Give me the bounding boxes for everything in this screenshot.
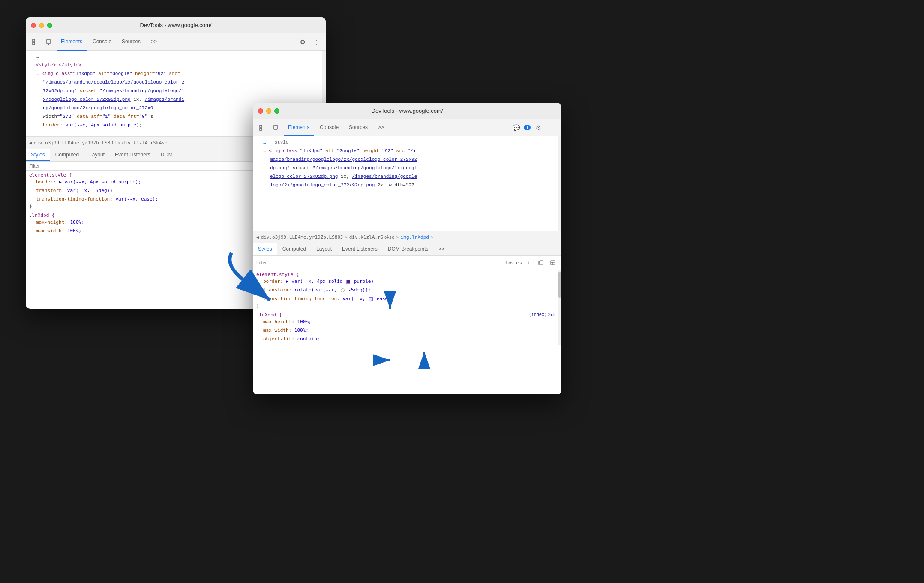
comment-icon-2[interactable]: 💬 xyxy=(510,122,522,134)
color-swatch-purple[interactable] xyxy=(346,280,350,284)
tab-event-listeners-1[interactable]: Event Listeners xyxy=(110,149,156,161)
breadcrumb-item-2-2[interactable]: div.k1zlA.rSk4se xyxy=(349,234,395,240)
tab-layout-2[interactable]: Layout xyxy=(311,243,337,255)
tab-sources-2[interactable]: Sources xyxy=(345,119,372,136)
tab-event-listeners-2[interactable]: Event Listeners xyxy=(337,243,383,255)
svg-rect-7 xyxy=(275,130,276,130)
close-button-2[interactable] xyxy=(258,108,263,114)
device-icon-2[interactable] xyxy=(270,122,282,134)
css-border-2: border: ▶ var(--x, 4px solid purple); xyxy=(256,277,558,286)
html-line-2-1: … <img class="lnXdpd" alt="Google" heigh… xyxy=(253,147,561,155)
breadcrumb-bar-2: ◀ div.o3j99.LLD4me.yr19Zb.LS8OJ > div.k1… xyxy=(253,231,561,243)
css-objectfit-2: object-fit: contain; xyxy=(256,335,558,343)
tab-dom-1[interactable]: DOM xyxy=(156,149,178,161)
tab-computed-1[interactable]: Computed xyxy=(50,149,84,161)
breadcrumb-item-2-1[interactable]: div.o3j99.LLD4me.yr19Zb.LS8OJ xyxy=(261,234,343,240)
svg-rect-1 xyxy=(33,42,35,45)
css-rules-container-2: element.style { border: ▶ var(--x, 4px s… xyxy=(253,270,561,345)
tab-dom-breakpoints-2[interactable]: DOM Breakpoints xyxy=(383,243,434,255)
svg-rect-0 xyxy=(33,39,35,42)
svg-rect-4 xyxy=(260,125,262,127)
css-rule-lnxdpd-2: .lnXdpd { (index):63 max-height: 100%; m… xyxy=(253,310,561,345)
window-title-2: DevTools - www.google.com/ xyxy=(372,108,443,114)
close-button-1[interactable] xyxy=(31,23,36,28)
checkbox-swatch[interactable]: ✓ xyxy=(369,297,373,301)
scrollbar-thumb-2[interactable] xyxy=(558,272,561,298)
toolbar-2: Elements Console Sources >> 💬 1 ⚙ ⋮ xyxy=(253,119,561,136)
css-transform-2: transform: rotate(var(--x, -5deg)); xyxy=(256,286,558,295)
inspector-icon[interactable] xyxy=(29,36,41,48)
html-line-2-2: mages/branding/googlelogo/2x/googlelogo_… xyxy=(253,155,561,164)
tab-layout-1[interactable]: Layout xyxy=(84,149,110,161)
html-line-2-3: dp.png" srcset="/images/branding/googlel… xyxy=(253,164,561,172)
html-line-2-4: elogo_color_272x92dp.png 1x, /images/bra… xyxy=(253,172,561,181)
html-line-style: <style>…</style> xyxy=(26,61,326,69)
breadcrumb-item-1[interactable]: div.o3j99.LLD4me.yr19Zb.LS8OJ xyxy=(34,140,116,146)
minimize-button-1[interactable] xyxy=(39,23,44,28)
devtools-window-2: DevTools - www.google.com/ Elements Cons… xyxy=(253,103,561,394)
tab-more-2[interactable]: >> xyxy=(374,119,388,136)
settings-icon-2[interactable]: ⚙ xyxy=(532,122,544,134)
toolbar-1: Elements Console Sources >> ⚙ ⋮ xyxy=(26,33,326,51)
traffic-lights-1 xyxy=(31,23,52,28)
more-icon-1[interactable]: ⋮ xyxy=(310,36,322,48)
tab-more-1[interactable]: >> xyxy=(147,33,161,51)
html-panel-2: … , style … <img class="lnXdpd" alt="Goo… xyxy=(253,136,561,231)
tab-more-styles-2[interactable]: >> xyxy=(434,243,450,255)
titlebar-2: DevTools - www.google.com/ xyxy=(253,103,561,119)
html-line-2-5: logo/2x/googlelogo_color_272x92dp.png 2x… xyxy=(253,181,561,189)
maximize-button-1[interactable] xyxy=(47,23,52,28)
svg-rect-5 xyxy=(260,128,262,130)
css-maxheight-2: max-height: 100%; xyxy=(256,318,558,326)
add-style-icon[interactable]: + xyxy=(524,258,534,268)
breadcrumb-item-2-3[interactable]: img.lnXdpd xyxy=(401,234,429,240)
tab-elements-1[interactable]: Elements xyxy=(57,33,87,51)
html-line-img3: 72x92dp.png" srcset="/images/branding/go… xyxy=(26,87,326,95)
tab-console-1[interactable]: Console xyxy=(88,33,116,51)
css-maxwidth-2: max-width: 100%; xyxy=(256,326,558,335)
tab-elements-2[interactable]: Elements xyxy=(284,119,314,136)
filter-input-2[interactable] xyxy=(256,260,503,265)
html-line-img1: … <img class="lnXdpd" alt="Google" heigh… xyxy=(26,69,326,78)
breadcrumb-item-2[interactable]: div.k1zlA.rSk4se xyxy=(122,140,168,146)
html-line-img2: "/images/branding/googlelogo/2x/googlelo… xyxy=(26,78,326,87)
layout-icon[interactable] xyxy=(548,258,558,268)
copy-icon[interactable] xyxy=(536,258,546,268)
settings-icon-1[interactable]: ⚙ xyxy=(297,36,309,48)
filter-pseudo-2[interactable]: :hov .cls xyxy=(505,260,522,265)
inspector-icon-2[interactable] xyxy=(256,122,268,134)
tab-sources-1[interactable]: Sources xyxy=(117,33,145,51)
titlebar-1: DevTools - www.google.com/ xyxy=(26,17,326,33)
tab-styles-1[interactable]: Styles xyxy=(26,149,50,161)
svg-rect-6 xyxy=(274,125,277,129)
maximize-button-2[interactable] xyxy=(274,108,279,114)
styles-tabs-2: Styles Computed Layout Event Listeners D… xyxy=(253,243,561,256)
window-title-1: DevTools - www.google.com/ xyxy=(140,22,212,28)
minimize-button-2[interactable] xyxy=(266,108,271,114)
device-icon[interactable] xyxy=(43,36,55,48)
styles-filter-2: :hov .cls + xyxy=(253,256,561,270)
svg-rect-9 xyxy=(540,261,543,264)
scrollbar-2[interactable] xyxy=(558,270,561,345)
svg-rect-2 xyxy=(47,39,50,44)
tab-computed-2[interactable]: Computed xyxy=(277,243,311,255)
tab-styles-2[interactable]: Styles xyxy=(253,243,277,255)
html-ellipsis-2: … , style xyxy=(253,138,561,147)
css-rule-element-2: element.style { border: ▶ var(--x, 4px s… xyxy=(253,270,561,310)
tab-console-2[interactable]: Console xyxy=(315,119,343,136)
html-line-img4: x/googlelogo_color_272x92dp.png 1x, /ima… xyxy=(26,95,326,104)
html-ellipsis-1: … xyxy=(26,52,326,61)
css-transition-2: transition-timing-function: var(--x, ✓ e… xyxy=(256,295,558,303)
svg-rect-3 xyxy=(48,44,49,45)
traffic-lights-2 xyxy=(258,108,279,114)
badge-count: 1 xyxy=(524,125,531,130)
more-icon-2[interactable]: ⋮ xyxy=(546,122,558,134)
circle-swatch-transform[interactable] xyxy=(341,288,345,292)
